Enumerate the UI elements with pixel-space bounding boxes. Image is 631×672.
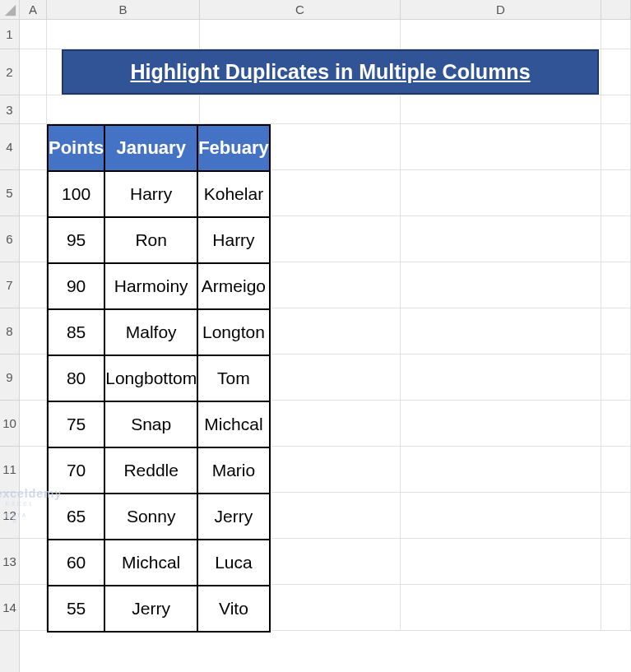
cell-points[interactable]: 90 [48, 263, 104, 309]
row-header-5[interactable]: 5 [0, 170, 19, 216]
row-header-4[interactable]: 4 [0, 124, 19, 170]
table-row: 60 Michcal Luca [48, 540, 270, 586]
col-header-a[interactable]: A [20, 0, 47, 19]
cell-feb[interactable]: Jerry [197, 494, 270, 540]
cell-points[interactable]: 75 [48, 401, 104, 447]
table-row: 75 Snap Michcal [48, 401, 270, 447]
row-header-7[interactable]: 7 [0, 262, 19, 308]
col-header-b[interactable]: B [47, 0, 200, 19]
cell-feb[interactable]: Kohelar [197, 171, 270, 217]
col-header-c[interactable]: C [200, 0, 401, 19]
cell-jan[interactable]: Harry [104, 171, 197, 217]
table-row: 100 Harry Kohelar [48, 171, 270, 217]
cell-feb[interactable]: Harry [197, 217, 270, 263]
table-row: 70 Reddle Mario [48, 447, 270, 494]
row-headers: 1 2 3 4 5 6 7 8 9 10 11 12 13 14 [0, 20, 20, 672]
cell-feb[interactable]: Armeigo [197, 263, 270, 309]
row-header-10[interactable]: 10 [0, 401, 19, 447]
data-table: Points January Febuary 100 Harry Kohelar… [47, 124, 271, 633]
cell-feb[interactable]: Vito [197, 586, 270, 632]
cell-points[interactable]: 80 [48, 355, 104, 401]
row-header-8[interactable]: 8 [0, 308, 19, 355]
cell-jan[interactable]: Longbottom [104, 355, 197, 401]
header-febuary[interactable]: Febuary [197, 125, 270, 171]
table-row: 80 Longbottom Tom [48, 355, 270, 401]
table-row: 85 Malfoy Longton [48, 309, 270, 355]
table-row: 90 Harmoiny Armeigo [48, 263, 270, 309]
cell-jan[interactable]: Michcal [104, 540, 197, 586]
table-row: 55 Jerry Vito [48, 586, 270, 632]
col-header-d[interactable]: D [401, 0, 601, 19]
table-row: 65 Sonny Jerry [48, 494, 270, 540]
row-header-3[interactable]: 3 [0, 95, 19, 124]
header-points[interactable]: Points [48, 125, 104, 171]
header-january[interactable]: January [104, 125, 197, 171]
row-header-11[interactable]: 11 [0, 447, 19, 493]
cell-points[interactable]: 60 [48, 540, 104, 586]
cell-feb[interactable]: Tom [197, 355, 270, 401]
cell-points[interactable]: 65 [48, 494, 104, 540]
cell-points[interactable]: 85 [48, 309, 104, 355]
row-header-6[interactable]: 6 [0, 216, 19, 262]
row-header-1[interactable]: 1 [0, 20, 19, 49]
cell-jan[interactable]: Reddle [104, 447, 197, 494]
page-title[interactable]: Highlight Duplicates in Multiple Columns [62, 49, 599, 95]
row-header-2[interactable]: 2 [0, 49, 19, 95]
cell-jan[interactable]: Malfoy [104, 309, 197, 355]
row-header-13[interactable]: 13 [0, 539, 19, 585]
cell-jan[interactable]: Harmoiny [104, 263, 197, 309]
table-row: 95 Ron Harry [48, 217, 270, 263]
select-all-corner[interactable] [0, 0, 20, 20]
cell-points[interactable]: 100 [48, 171, 104, 217]
table-header-row: Points January Febuary [48, 125, 270, 171]
column-headers: A B C D [20, 0, 631, 20]
row-header-9[interactable]: 9 [0, 355, 19, 401]
cell-jan[interactable]: Sonny [104, 494, 197, 540]
cell-jan[interactable]: Snap [104, 401, 197, 447]
cell-jan[interactable]: Ron [104, 217, 197, 263]
row-header-12[interactable]: 12 [0, 493, 19, 539]
cell-points[interactable]: 95 [48, 217, 104, 263]
cell-points[interactable]: 55 [48, 586, 104, 632]
cell-jan[interactable]: Jerry [104, 586, 197, 632]
row-header-14[interactable]: 14 [0, 585, 19, 631]
cell-points[interactable]: 70 [48, 447, 104, 494]
col-header-e[interactable] [601, 0, 631, 19]
cell-feb[interactable]: Michcal [197, 401, 270, 447]
cell-feb[interactable]: Longton [197, 309, 270, 355]
cell-feb[interactable]: Luca [197, 540, 270, 586]
cell-feb[interactable]: Mario [197, 447, 270, 494]
